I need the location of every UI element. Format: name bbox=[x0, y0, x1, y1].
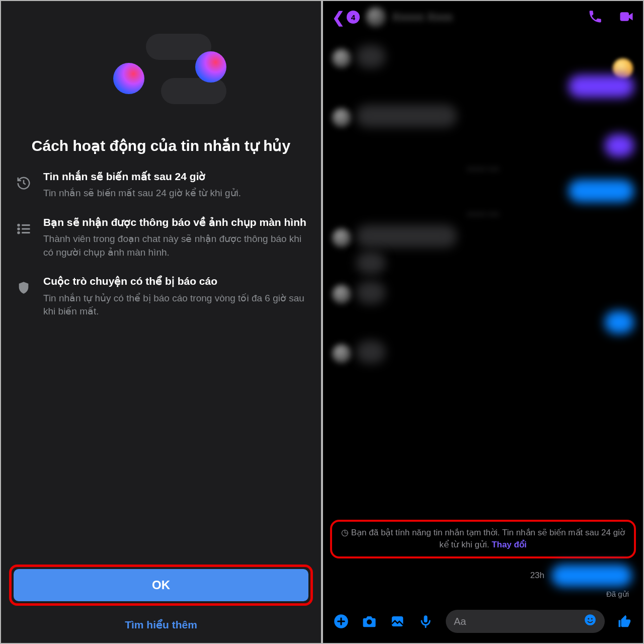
chat-header: ❮ 4 Xxxxx Xxxx bbox=[323, 1, 643, 33]
time-separator: xxxxx xxx bbox=[332, 209, 634, 218]
outgoing-message[interactable]: xxxxxx bbox=[569, 180, 634, 202]
feature-list: Tin nhắn sẽ biến mất sau 24 giờ Tin nhắn… bbox=[1, 170, 321, 334]
msg-avatar bbox=[332, 344, 351, 363]
last-message-time: 23h bbox=[530, 571, 544, 581]
chat-panel: ❮ 4 Xxxxx Xxxx xx xxxxx xxxxxxxxx xx xxx… bbox=[322, 0, 644, 644]
camera-icon[interactable] bbox=[361, 613, 377, 629]
call-icon[interactable] bbox=[588, 9, 604, 25]
svg-point-4 bbox=[18, 232, 20, 233]
composer: Aa bbox=[323, 603, 643, 643]
feature-title: Bạn sẽ nhận được thông báo về ảnh chụp m… bbox=[43, 215, 307, 229]
svg-rect-6 bbox=[620, 12, 629, 21]
highlight-box: OK bbox=[9, 565, 313, 606]
msg-avatar bbox=[332, 285, 351, 304]
illustration bbox=[1, 1, 321, 132]
emoji-icon[interactable] bbox=[584, 613, 597, 629]
feature-title: Cuộc trò chuyện có thể bị báo cáo bbox=[43, 274, 307, 288]
svg-point-8 bbox=[367, 619, 372, 624]
ok-button[interactable]: OK bbox=[14, 569, 308, 601]
svg-point-11 bbox=[585, 614, 596, 625]
gallery-icon[interactable] bbox=[389, 613, 406, 629]
feature-desc: Thành viên trong đoạn chat này sẽ nhận đ… bbox=[43, 232, 307, 259]
feature-title: Tin nhắn sẽ biến mất sau 24 giờ bbox=[43, 170, 241, 184]
outgoing-message[interactable] bbox=[551, 565, 632, 587]
last-message-row: 23h bbox=[323, 562, 643, 589]
time-separator: xxxxx xxx bbox=[332, 164, 634, 173]
msg-avatar bbox=[332, 228, 351, 248]
highlight-box: ◷ Bạn đã bật tính năng tin nhắn tạm thời… bbox=[330, 520, 636, 558]
message-input[interactable]: Aa bbox=[446, 610, 605, 633]
unread-badge: 4 bbox=[347, 11, 360, 24]
list-icon bbox=[15, 220, 32, 237]
svg-point-12 bbox=[588, 618, 589, 619]
incoming-message[interactable]: xx bbox=[356, 45, 385, 68]
delivery-status: Đã gửi bbox=[323, 589, 643, 603]
history-icon bbox=[15, 175, 32, 192]
msg-avatar bbox=[332, 49, 351, 68]
incoming-message[interactable]: xx bbox=[356, 252, 385, 274]
video-icon[interactable] bbox=[618, 9, 634, 25]
input-placeholder: Aa bbox=[454, 616, 466, 627]
feature-item: Cuộc trò chuyện có thể bị báo cáo Tin nh… bbox=[15, 274, 307, 318]
notice-text: Bạn đã bật tính năng tin nhắn tạm thời. … bbox=[351, 528, 625, 550]
feature-desc: Tin nhắn sẽ biến mất sau 24 giờ kể từ kh… bbox=[43, 187, 241, 200]
thumbs-up-icon[interactable] bbox=[617, 613, 633, 629]
clock-icon: ◷ bbox=[341, 528, 349, 537]
svg-point-2 bbox=[18, 228, 20, 230]
feature-item: Tin nhắn sẽ biến mất sau 24 giờ Tin nhắn… bbox=[15, 170, 307, 200]
incoming-message[interactable]: xx bbox=[356, 281, 385, 304]
mic-icon[interactable] bbox=[418, 613, 434, 629]
modal-title: Cách hoạt động của tin nhắn tự hủy bbox=[1, 132, 321, 170]
incoming-message[interactable]: xx bbox=[356, 341, 385, 363]
chat-body[interactable]: xx xxxxx xxxxxxxxx xx xxxxx xxx xxxxxx x… bbox=[323, 33, 643, 518]
change-link[interactable]: Thay đổi bbox=[492, 540, 527, 549]
outgoing-message[interactable]: xx bbox=[605, 311, 634, 334]
info-modal-panel: Cách hoạt động của tin nhắn tự hủy Tin n… bbox=[0, 0, 322, 644]
outgoing-message[interactable]: xxxxx bbox=[569, 75, 634, 98]
outgoing-message[interactable]: xx bbox=[605, 134, 634, 157]
feature-desc: Tin nhắn tự hủy có thể bị báo cáo trong … bbox=[43, 292, 307, 318]
incoming-message[interactable]: xxxxxxxxx bbox=[356, 105, 457, 127]
msg-avatar bbox=[332, 108, 351, 127]
learn-more-link[interactable]: Tìm hiểu thêm bbox=[9, 614, 313, 636]
svg-point-13 bbox=[591, 618, 593, 619]
feature-item: Bạn sẽ nhận được thông báo về ảnh chụp m… bbox=[15, 215, 307, 260]
back-button[interactable]: ❮ bbox=[332, 9, 345, 26]
incoming-message[interactable]: xxxxxxxxxx bbox=[356, 225, 457, 248]
contact-name[interactable]: Xxxxx Xxxx bbox=[392, 11, 453, 24]
svg-rect-10 bbox=[424, 615, 428, 622]
add-icon[interactable] bbox=[333, 613, 349, 629]
ephemeral-notice: ◷ Bạn đã bật tính năng tin nhắn tạm thời… bbox=[338, 527, 628, 551]
avatar[interactable] bbox=[366, 7, 386, 27]
svg-point-0 bbox=[18, 224, 20, 226]
shield-icon bbox=[15, 279, 32, 296]
